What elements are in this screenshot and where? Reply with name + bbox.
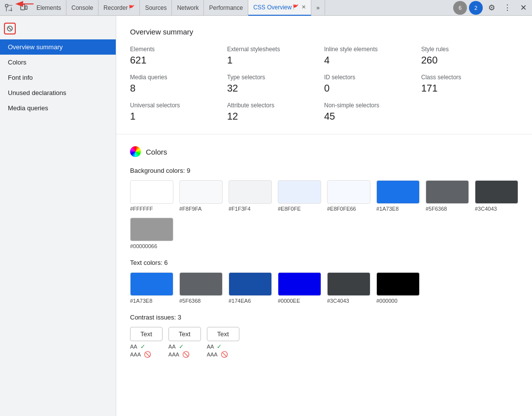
swatch-color[interactable] bbox=[179, 272, 223, 296]
stat-universal-selectors: Universal selectors 1 bbox=[130, 102, 227, 122]
contrast-section: Contrast issues: 3 Text AA ✓ AAA bbox=[130, 314, 518, 358]
tab-bar-left: Elements Console Recorder 🚩 Sources Netw… bbox=[2, 0, 325, 16]
color-wheel-icon bbox=[130, 146, 141, 157]
contrast-items: Text AA ✓ AAA 🚫 bbox=[130, 327, 518, 358]
text-swatch-1a73e8: #1A73E8 bbox=[130, 272, 173, 304]
bg-colors-title: Background colors: 9 bbox=[130, 167, 518, 174]
swatch-3c4043: #3C4043 bbox=[475, 180, 518, 212]
swatch-color[interactable] bbox=[327, 180, 370, 204]
stat-class-selectors: Class selectors 171 bbox=[421, 74, 518, 94]
swatch-e8f0fe: #E8F0FE bbox=[278, 180, 321, 212]
contrast-aa-row: AA ✓ bbox=[207, 343, 239, 350]
colors-title: Colors bbox=[130, 146, 518, 157]
tab-performance[interactable]: Performance bbox=[204, 0, 248, 16]
sidebar-item-unused[interactable]: Unused declarations bbox=[0, 85, 116, 100]
main-layout: Overview summary Colors Font info Unused… bbox=[0, 16, 532, 416]
aaa-block-icon: 🚫 bbox=[221, 351, 228, 358]
close-devtools-btn[interactable]: ✕ bbox=[516, 1, 530, 15]
tab-bar-right: 6 2 ⚙ ⋮ ✕ bbox=[453, 1, 530, 15]
sidebar: Overview summary Colors Font info Unused… bbox=[0, 16, 116, 416]
swatch-color[interactable] bbox=[426, 180, 469, 204]
colors-section: Colors Background colors: 9 #FFFFFF #F8F… bbox=[116, 134, 532, 370]
stat-style-rules: Style rules 260 bbox=[421, 46, 518, 66]
contrast-item-0: Text AA ✓ AAA 🚫 bbox=[130, 327, 163, 358]
message-badge[interactable]: 2 bbox=[469, 1, 483, 15]
stat-elements: Elements 621 bbox=[130, 46, 227, 66]
aaa-block-icon: 🚫 bbox=[182, 351, 190, 358]
swatch-f1f3f4: #F1F3F4 bbox=[229, 180, 272, 212]
tab-sources[interactable]: Sources bbox=[140, 0, 172, 16]
aa-check-icon: ✓ bbox=[179, 343, 184, 350]
overview-section: Overview summary Elements 621 External s… bbox=[116, 16, 532, 134]
contrast-item-1: Text AA ✓ AAA 🚫 bbox=[168, 327, 201, 358]
contrast-aa-row: AA ✓ bbox=[130, 343, 163, 350]
swatch-1a73e8: #1A73E8 bbox=[376, 180, 420, 212]
text-color-swatches: #1A73E8 #5F6368 #174EA6 #0000EE #3C4043 bbox=[130, 272, 518, 304]
swatch-color[interactable] bbox=[179, 180, 223, 204]
stat-attribute-selectors: Attribute selectors 12 bbox=[227, 102, 324, 122]
tab-recorder[interactable]: Recorder 🚩 bbox=[99, 0, 140, 16]
swatch-color[interactable] bbox=[229, 180, 272, 204]
contrast-aa-row: AA ✓ bbox=[168, 343, 201, 350]
stat-external-stylesheets: External stylesheets 1 bbox=[227, 46, 324, 66]
contrast-aaa-row: AAA 🚫 bbox=[207, 351, 239, 358]
text-swatch-000000: #000000 bbox=[376, 272, 420, 304]
capture-btn[interactable] bbox=[4, 23, 16, 34]
swatch-color[interactable] bbox=[376, 180, 420, 204]
bg-color-swatches: #FFFFFF #F8F9FA #F1F3F4 #E8F0FE #E8F0FE6… bbox=[130, 180, 518, 249]
text-colors-title: Text colors: 6 bbox=[130, 259, 518, 266]
swatch-e8f0fe66: #E8F0FE66 bbox=[327, 180, 370, 212]
swatch-color[interactable] bbox=[130, 272, 173, 296]
swatch-color[interactable] bbox=[130, 180, 173, 204]
svg-line-4 bbox=[8, 27, 11, 30]
contrast-details-0: AA ✓ AAA 🚫 bbox=[130, 343, 163, 358]
swatch-color[interactable] bbox=[327, 272, 370, 296]
swatch-color[interactable] bbox=[278, 272, 321, 296]
stat-media-queries: Media queries 8 bbox=[130, 74, 227, 94]
tab-console[interactable]: Console bbox=[66, 0, 99, 16]
sidebar-item-font-info[interactable]: Font info bbox=[0, 70, 116, 85]
tab-close-btn[interactable]: ✕ bbox=[301, 4, 306, 10]
tab-bar: Elements Console Recorder 🚩 Sources Netw… bbox=[0, 0, 532, 16]
swatch-color[interactable] bbox=[475, 180, 518, 204]
stat-id-selectors: ID selectors 0 bbox=[324, 74, 421, 94]
stat-type-selectors: Type selectors 32 bbox=[227, 74, 324, 94]
inspect-icon-btn[interactable] bbox=[2, 1, 16, 15]
text-swatch-5f6368: #5F6368 bbox=[179, 272, 223, 304]
swatch-color[interactable] bbox=[130, 218, 173, 241]
contrast-details-1: AA ✓ AAA 🚫 bbox=[168, 343, 201, 358]
stat-inline-style: Inline style elements 4 bbox=[324, 46, 421, 66]
tab-css-overview[interactable]: CSS Overview 🚩 ✕ bbox=[248, 0, 311, 16]
sidebar-top bbox=[0, 20, 116, 37]
aa-check-icon: ✓ bbox=[217, 343, 222, 350]
tab-overflow-btn[interactable]: » bbox=[311, 0, 325, 16]
tab-elements[interactable]: Elements bbox=[32, 0, 66, 16]
sidebar-item-media[interactable]: Media queries bbox=[0, 100, 116, 116]
tab-network[interactable]: Network bbox=[172, 0, 204, 16]
aaa-block-icon: 🚫 bbox=[144, 351, 151, 358]
overview-title: Overview summary bbox=[130, 28, 518, 36]
contrast-badge-0[interactable]: Text bbox=[130, 327, 163, 341]
swatch-color[interactable] bbox=[278, 180, 321, 204]
swatch-00000066: #00000066 bbox=[130, 218, 173, 249]
contrast-item-2: Text AA ✓ AAA 🚫 bbox=[207, 327, 239, 358]
contrast-badge-1[interactable]: Text bbox=[168, 327, 201, 341]
swatch-color[interactable] bbox=[376, 272, 420, 296]
contrast-badge-2[interactable]: Text bbox=[207, 327, 239, 341]
text-swatch-174ea6: #174EA6 bbox=[229, 272, 272, 304]
contrast-aaa-row: AAA 🚫 bbox=[130, 351, 163, 358]
contrast-details-2: AA ✓ AAA 🚫 bbox=[207, 343, 239, 358]
svg-rect-0 bbox=[5, 4, 8, 7]
more-btn[interactable]: ⋮ bbox=[500, 1, 514, 15]
stats-grid: Elements 621 External stylesheets 1 Inli… bbox=[130, 46, 518, 122]
settings-btn[interactable]: ⚙ bbox=[485, 1, 499, 15]
swatch-f8f9fa: #F8F9FA bbox=[179, 180, 223, 212]
contrast-aaa-row: AAA 🚫 bbox=[168, 351, 201, 358]
stat-non-simple-selectors: Non-simple selectors 45 bbox=[324, 102, 421, 122]
swatch-color[interactable] bbox=[229, 272, 272, 296]
swatch-5f6368: #5F6368 bbox=[426, 180, 469, 212]
content-area: Overview summary Elements 621 External s… bbox=[116, 16, 532, 416]
sidebar-item-colors[interactable]: Colors bbox=[0, 55, 116, 70]
sidebar-item-overview[interactable]: Overview summary bbox=[0, 39, 116, 55]
error-badge[interactable]: 6 bbox=[453, 1, 467, 15]
